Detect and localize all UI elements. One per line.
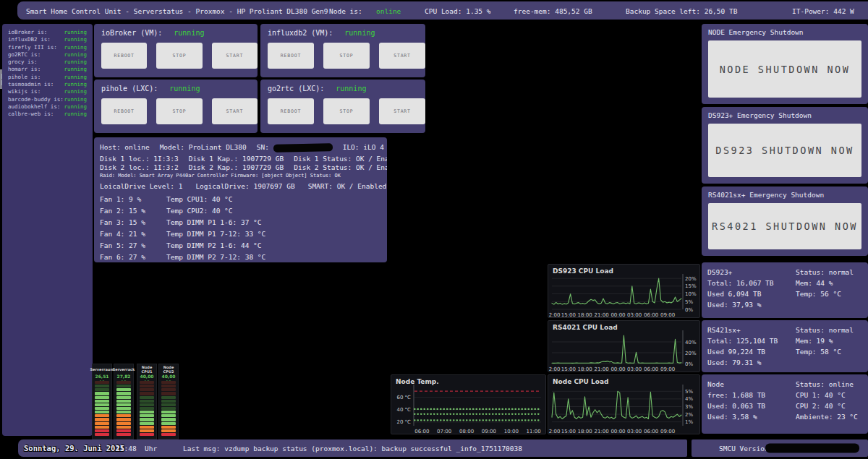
cpu-load-value: CPU Load: 1.35 % bbox=[425, 7, 491, 14]
disk2-info-2: Disk 2 Status: OK / Enabled bbox=[294, 163, 387, 172]
stat-value-1: CPU 1: 40 °C bbox=[796, 390, 862, 400]
start-button[interactable]: START bbox=[379, 43, 425, 69]
gauge-cell-dimred bbox=[140, 392, 154, 395]
fan-column: Fan 1: 9 %Fan 2: 15 %Fan 3: 15 %Fan 4: 2… bbox=[100, 194, 166, 263]
svg-text:18:00: 18:00 bbox=[578, 312, 592, 318]
stat-value-1: Used: 0,063 TB bbox=[707, 400, 796, 411]
stat-left-column: DS923+Total: 16,067 TBUsed 6,094 TBUsed:… bbox=[707, 267, 796, 310]
stat-value-0: free: 1,688 TB bbox=[707, 390, 796, 400]
svg-text:06:00: 06:00 bbox=[644, 366, 658, 372]
stat-value-2: Used: 79.31 % bbox=[707, 357, 796, 368]
shutdown-panel-title: NODE Emergency Shutdown bbox=[702, 24, 868, 38]
service-status: running bbox=[64, 81, 87, 88]
vm-status: running bbox=[169, 85, 200, 93]
svg-text:06:00: 06:00 bbox=[644, 429, 658, 434]
disk1-info-0: Disk 1 loc.: 1I:3:3 bbox=[100, 155, 179, 163]
reboot-button[interactable]: REBOOT bbox=[268, 43, 314, 69]
stop-button[interactable]: STOP bbox=[156, 98, 202, 124]
service-status-row-firefly-iii-is: firefly III is:running bbox=[8, 44, 87, 51]
fan-speed-5: Fan 5: 27 % bbox=[100, 240, 166, 252]
service-label: calbre-web is: bbox=[8, 111, 54, 118]
backup-space-value: Backup Space left: 26,50 TB bbox=[626, 7, 737, 14]
chart-svg: 0%20%40%2:0015:0018:0021:0000:0003:0006:… bbox=[548, 321, 701, 373]
gauge-cell-green bbox=[161, 418, 176, 421]
node-status-label: Node is: bbox=[329, 7, 362, 14]
gauge-cell-orange bbox=[95, 418, 109, 421]
stat-panel-title: RS421sx+ bbox=[707, 325, 796, 335]
stat-right-column: Status: onlineCPU 1: 40 °CCPU 2: 40 °CAm… bbox=[796, 379, 862, 422]
svg-text:21:00: 21:00 bbox=[594, 366, 608, 372]
temp-reading-2: Temp CPU2: 40 °C bbox=[166, 205, 265, 217]
reboot-button[interactable]: REBOOT bbox=[268, 98, 314, 124]
gauge-cell-green bbox=[95, 411, 109, 413]
fan-speed-4: Fan 4: 21 % bbox=[100, 228, 166, 240]
reboot-button[interactable]: REBOOT bbox=[101, 98, 147, 124]
stat-value-1: Used 6,094 TB bbox=[707, 288, 796, 299]
gauge-cell-dimred bbox=[161, 381, 176, 384]
gauge-value: 40,00 °C bbox=[161, 374, 176, 379]
stop-button[interactable]: STOP bbox=[156, 43, 202, 69]
fan-speed-2: Fan 2: 15 % bbox=[100, 205, 166, 217]
svg-text:2:00: 2:00 bbox=[549, 312, 561, 318]
last-msg-label: Last msg: vzdump backup status (proxmox.… bbox=[183, 445, 522, 452]
service-status-row-homarr-is: homarr is:running bbox=[8, 66, 87, 73]
stat-value-2: Temp: 56 °C bbox=[796, 288, 862, 299]
service-status: running bbox=[64, 88, 87, 95]
rs4021-shutdown-now-button[interactable]: RS4021 SHUTDOWN NOW bbox=[708, 203, 861, 249]
gauge-cell-dimred bbox=[95, 381, 109, 384]
stat-value-0: Total: 125,104 TB bbox=[707, 335, 796, 346]
ds923-shutdown-now-button[interactable]: DS923 SHUTDOWN NOW bbox=[708, 124, 861, 177]
start-button[interactable]: START bbox=[212, 98, 258, 124]
svg-text:09:00: 09:00 bbox=[660, 312, 675, 318]
gauge-cell-green bbox=[116, 396, 131, 399]
stat-columns: Nodefree: 1,688 TBUsed: 0,063 TBUsed: 3,… bbox=[702, 374, 868, 426]
start-button[interactable]: START bbox=[212, 43, 258, 69]
chart-svg: 1%2%3%4%5%2:0015:0018:0021:0000:0003:000… bbox=[548, 375, 701, 435]
logicaldrive-info-1: LogicalDrive: 1907697 GB bbox=[195, 182, 294, 191]
vm-name: ioBroker (VM): bbox=[101, 29, 162, 37]
svg-text:2%: 2% bbox=[685, 412, 693, 418]
service-status-row-iobroker-is: ioBroker is:running bbox=[8, 29, 87, 36]
gauge-title: Node CPU2 bbox=[161, 366, 176, 374]
svg-text:18:00: 18:00 bbox=[578, 366, 592, 372]
gauge-cell-dimred bbox=[116, 381, 131, 384]
gauge-cell-dimgreen bbox=[95, 388, 109, 391]
svg-text:15:00: 15:00 bbox=[561, 429, 576, 434]
service-label: homarr is: bbox=[8, 66, 41, 73]
chart-panel-rs4021-cpu-load: RS4021 CPU Load0%20%40%2:0015:0018:0021:… bbox=[548, 320, 700, 372]
stat-columns: DS923+Total: 16,067 TBUsed 6,094 TBUsed:… bbox=[702, 262, 868, 314]
disk2-info-1: Disk 2 Kap.: 1907729 GB bbox=[189, 163, 284, 172]
svg-text:10:00: 10:00 bbox=[504, 429, 519, 434]
stop-button[interactable]: STOP bbox=[323, 98, 370, 124]
gauge-cell-dimred bbox=[161, 385, 176, 387]
svg-text:10%: 10% bbox=[685, 291, 697, 297]
svg-text:40%: 40% bbox=[685, 340, 697, 346]
chart-svg: 0%5%10%15%20%2:0015:0018:0021:0000:0003:… bbox=[548, 265, 701, 319]
shutdown-panel-title: DS923+ Emergency Shutdown bbox=[702, 107, 868, 121]
stat-value-2: CPU 2: 40 °C bbox=[796, 400, 862, 411]
gauge-cell-dimred bbox=[140, 385, 154, 387]
gauge-node-cpu2: Node CPU240,00 °C bbox=[158, 364, 179, 439]
reboot-button[interactable]: REBOOT bbox=[101, 43, 147, 69]
gauge-cell-red bbox=[95, 429, 109, 432]
host-panel: Host: online Model: ProLiant DL380 SN: I… bbox=[94, 137, 387, 262]
stat-value-0: Status: normal bbox=[796, 267, 862, 278]
gauge-cell-red bbox=[161, 433, 176, 436]
stat-value-2: Temp: 58 °C bbox=[796, 346, 862, 357]
chart-panel-node-cpu-load: Node CPU Load1%2%3%4%5%2:0015:0018:0021:… bbox=[548, 374, 700, 434]
gauge-serverrack: Serverrack27,82 °C bbox=[114, 364, 134, 439]
service-status: running bbox=[64, 59, 87, 66]
svg-text:15%: 15% bbox=[685, 283, 697, 289]
gauge-cell-green bbox=[95, 407, 109, 410]
stat-value-2: Used: 37,93 % bbox=[707, 299, 796, 310]
service-status: running bbox=[64, 111, 87, 118]
node-shutdown-now-button[interactable]: NODE SHUTDOWN NOW bbox=[708, 40, 861, 98]
gauge-cell-dimgreen bbox=[161, 400, 176, 403]
stat-value-1: Mem: 19 % bbox=[796, 335, 862, 346]
disk1-info-2: Disk 1 Status: OK / Enabled bbox=[294, 155, 387, 163]
stop-button[interactable]: STOP bbox=[323, 43, 370, 69]
gauge-cell-green bbox=[116, 392, 131, 395]
gauge-cell-green bbox=[116, 400, 131, 403]
svg-text:60 °C: 60 °C bbox=[396, 395, 411, 400]
start-button[interactable]: START bbox=[379, 98, 425, 124]
